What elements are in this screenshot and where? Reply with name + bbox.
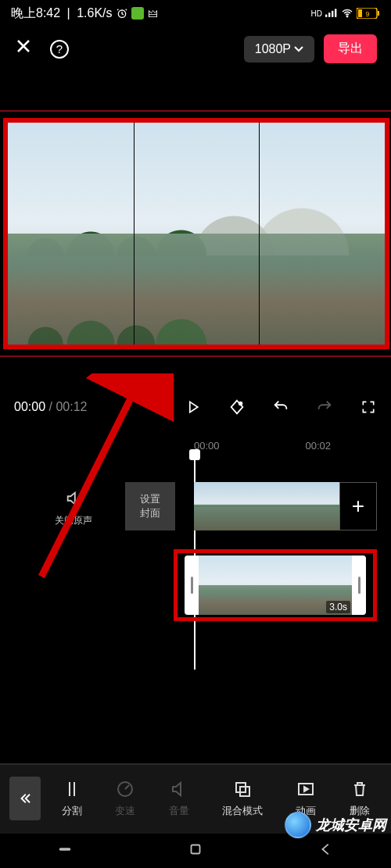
speed-icon [115,779,135,799]
playback-bar: 00:00 / 00:12 [0,387,391,427]
preview-container [0,110,391,357]
timeline[interactable]: 00:00 00:02 关闭原声 设置 封面 + [0,435,391,670]
clip-handle-left[interactable] [185,555,199,615]
selected-clip[interactable]: 3.0s [185,555,366,615]
grid-line-icon [134,123,135,345]
help-button[interactable]: ? [50,40,69,59]
speaker-icon [42,490,105,511]
tool-blend[interactable]: 混合模式 [222,779,263,818]
status-speed: 1.6K/s [77,6,112,20]
svg-rect-1 [325,15,327,17]
alarm-icon [116,7,128,20]
blend-icon [232,779,253,799]
watermark-text: 龙城安卓网 [316,816,386,834]
status-bar: 晚上8:42 | 1.6K/s 🜲 HD 9 [0,0,391,27]
main-track: 关闭原声 设置 封面 + [0,482,391,535]
svg-rect-17 [191,845,199,854]
status-left: 晚上8:42 | 1.6K/s 🜲 [11,5,160,22]
export-button[interactable]: 导出 [324,34,377,63]
collapse-button[interactable] [9,777,41,820]
nav-home-button[interactable] [187,841,204,861]
selected-clip-row: 3.0s [0,549,391,624]
wifi-icon [341,7,353,20]
mute-label: 关闭原声 [55,515,92,526]
svg-rect-7 [358,9,362,17]
svg-rect-4 [335,9,336,16]
svg-point-11 [239,402,242,405]
watermark: 龙城安卓网 [285,812,386,838]
tool-split[interactable]: 分割 [62,779,82,818]
app-badge2-icon: 🜲 [147,7,160,20]
fullscreen-button[interactable] [360,398,377,416]
keyframe-button[interactable] [228,398,246,416]
time-display: 00:00 / 00:12 [14,400,87,414]
svg-point-5 [346,16,348,17]
resolution-button[interactable]: 1080P [244,36,314,63]
split-icon [62,779,82,799]
animation-icon [296,779,316,799]
close-button[interactable] [14,37,33,61]
battery-icon: 9 [357,7,380,20]
hd-icon: HD [311,9,322,18]
svg-rect-3 [332,11,333,17]
ruler-tick: 00:02 [306,440,332,452]
tool-speed[interactable]: 变速 [115,779,135,818]
status-right: HD 9 [311,7,380,20]
preview-image [8,123,385,345]
app-badge-icon [131,7,144,20]
tool-volume[interactable]: 音量 [169,779,189,818]
redo-button[interactable] [316,398,333,416]
top-bar: ? 1080P 导出 [0,27,391,71]
grid-line-icon [259,123,260,345]
volume-icon [169,779,189,799]
set-cover-button[interactable]: 设置 封面 [125,482,175,530]
signal-icon [325,7,338,20]
chevron-down-icon [294,46,303,52]
clip-handle-right[interactable] [352,555,366,615]
svg-rect-2 [328,13,330,17]
nav-back-button[interactable] [317,841,335,861]
play-button[interactable] [185,398,202,416]
svg-rect-8 [378,11,379,16]
status-sep: | [63,6,74,20]
add-clip-button[interactable]: + [339,482,377,530]
status-time: 晚上8:42 [11,5,60,22]
svg-text:9: 9 [365,10,369,18]
watermark-logo-icon [285,812,311,838]
time-current: 00:00 [14,400,45,413]
delete-icon [350,779,370,799]
export-label: 导出 [338,41,363,55]
nav-recent-button[interactable] [56,841,74,861]
mute-button[interactable]: 关闭原声 [42,490,105,527]
preview-frame[interactable] [3,118,389,349]
system-nav-bar [0,834,391,868]
svg-rect-16 [60,848,70,850]
clip-thumbs: 3.0s [199,555,352,615]
clip-duration: 3.0s [326,601,350,613]
time-duration: 00:12 [56,400,87,413]
undo-button[interactable] [272,398,289,416]
resolution-label: 1080P [255,42,291,56]
